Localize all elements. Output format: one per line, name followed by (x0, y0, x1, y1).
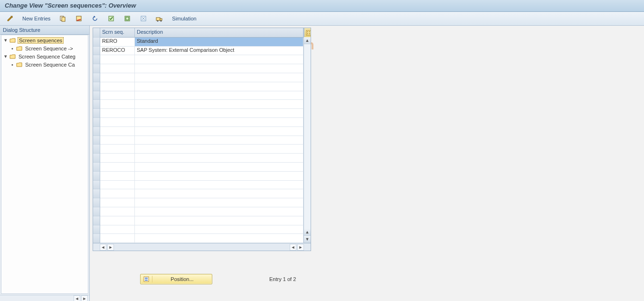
tree-node-label: Screen sequences (18, 37, 64, 44)
grid-horizontal-scrollbar[interactable]: ◄ ► ◄ ► (93, 243, 311, 251)
scroll-left-step-icon[interactable]: ◄ (290, 244, 296, 251)
svg-rect-2 (62, 17, 65, 21)
row-selector[interactable] (93, 91, 100, 100)
copy-as-icon[interactable] (56, 13, 70, 24)
table-row[interactable] (100, 189, 303, 198)
table-row[interactable] (100, 181, 303, 190)
table-row[interactable] (100, 225, 303, 234)
row-selector[interactable] (93, 234, 100, 243)
table-row[interactable]: RERO Standard (100, 38, 303, 47)
table-row[interactable] (100, 91, 303, 100)
table-settings-icon[interactable] (304, 28, 311, 37)
row-header-column (93, 28, 100, 243)
row-selector[interactable] (93, 127, 100, 136)
row-selector[interactable] (93, 136, 100, 145)
application-toolbar: New Entries Simulation (0, 12, 644, 26)
table-row[interactable] (100, 154, 303, 163)
table-row[interactable] (100, 73, 303, 82)
scroll-left-icon[interactable]: ◄ (100, 244, 106, 251)
delete-icon[interactable] (72, 13, 86, 24)
row-selector[interactable] (93, 55, 100, 64)
table-row[interactable] (100, 234, 303, 243)
row-selector[interactable] (93, 207, 100, 216)
cell-scrn-seq[interactable]: REROCO (100, 47, 135, 55)
column-header-scrn-seq[interactable]: Scrn seq. (100, 28, 135, 37)
table-row[interactable] (100, 127, 303, 136)
collapse-icon[interactable]: ▾ (3, 53, 8, 59)
scroll-down-icon[interactable]: ▼ (304, 236, 311, 243)
bullet-icon: • (10, 46, 15, 51)
table-row[interactable] (100, 216, 303, 225)
row-selector[interactable] (93, 118, 100, 127)
dialog-structure-header: Dialog Structure (0, 26, 89, 35)
deselect-all-icon[interactable] (136, 13, 151, 24)
dialog-structure-tree[interactable]: ▾ Screen sequences • Screen Sequence -> … (1, 35, 88, 294)
position-button[interactable]: Position... (140, 274, 212, 284)
table-row[interactable] (100, 55, 303, 64)
row-selector[interactable] (93, 82, 100, 91)
row-selector[interactable] (93, 109, 100, 118)
row-selector[interactable] (93, 163, 100, 172)
row-selector[interactable] (93, 73, 100, 82)
table-row[interactable] (100, 163, 303, 172)
simulation-button[interactable]: Simulation (169, 13, 199, 24)
table-row[interactable] (100, 172, 303, 181)
row-selector[interactable] (93, 64, 100, 73)
table-row[interactable] (100, 64, 303, 73)
row-selector[interactable] (93, 154, 100, 163)
tree-node-screen-sequence-sub[interactable]: • Screen Sequence -> (8, 44, 88, 52)
row-selector[interactable] (93, 225, 100, 234)
row-selector[interactable] (93, 145, 100, 154)
grid-header-row: Scrn seq. Description (100, 28, 303, 38)
tree-node-label: Screen Sequence Ca (24, 62, 76, 68)
row-selector[interactable] (93, 216, 100, 225)
column-header-description[interactable]: Description (135, 28, 303, 37)
scroll-track[interactable] (304, 44, 311, 229)
row-selector[interactable] (93, 189, 100, 198)
folder-icon (16, 62, 23, 68)
select-all-rows-button[interactable] (93, 28, 100, 38)
toggle-display-change-icon[interactable] (3, 13, 17, 24)
grid-vertical-scrollbar[interactable]: ▲ ▲ ▼ (303, 28, 311, 243)
tree-node-screen-sequence-categ[interactable]: ▾ Screen Sequence Categ (1, 52, 88, 60)
scroll-up-step-icon[interactable]: ▲ (304, 229, 311, 236)
row-selector[interactable] (93, 47, 100, 56)
table-row[interactable] (100, 207, 303, 216)
cell-description[interactable]: SAP System: External Comparison Object (135, 47, 303, 55)
transport-icon[interactable] (152, 13, 167, 24)
folder-icon (16, 46, 23, 51)
select-all-icon[interactable] (104, 13, 118, 24)
svg-rect-0 (11, 16, 12, 18)
undo-change-icon[interactable] (88, 13, 102, 24)
row-selector[interactable] (93, 172, 100, 181)
table-row[interactable] (100, 100, 303, 109)
tree-horizontal-scroll: ◄ ► (0, 295, 89, 301)
scroll-right-step-icon[interactable]: ► (107, 244, 114, 251)
scroll-up-icon[interactable]: ▲ (304, 37, 311, 44)
table-row[interactable] (100, 136, 303, 145)
select-block-icon[interactable] (120, 13, 134, 24)
row-selector[interactable] (93, 100, 100, 109)
table-row[interactable] (100, 109, 303, 118)
table-row[interactable] (100, 198, 303, 207)
row-selector[interactable] (93, 181, 100, 190)
cell-description[interactable]: Standard (135, 38, 303, 46)
table-row[interactable] (100, 82, 303, 91)
cell-scrn-seq[interactable]: RERO (100, 38, 135, 46)
row-selector[interactable] (93, 198, 100, 207)
table-row[interactable] (100, 118, 303, 127)
scroll-left-icon[interactable]: ◄ (74, 295, 80, 301)
svg-rect-18 (307, 33, 308, 34)
svg-rect-17 (309, 31, 310, 32)
table-row[interactable] (100, 145, 303, 154)
tree-node-screen-sequences[interactable]: ▾ Screen sequences (1, 36, 88, 44)
new-entries-button[interactable]: New Entries (19, 13, 54, 24)
scroll-right-icon[interactable]: ► (297, 244, 304, 251)
collapse-icon[interactable]: ▾ (3, 37, 8, 43)
row-selector[interactable] (93, 38, 100, 47)
position-icon (141, 276, 152, 282)
svg-rect-16 (307, 31, 308, 32)
table-row[interactable]: REROCO SAP System: External Comparison O… (100, 47, 303, 56)
scroll-right-icon[interactable]: ► (81, 295, 88, 301)
tree-node-screen-sequence-ca[interactable]: • Screen Sequence Ca (8, 60, 88, 68)
